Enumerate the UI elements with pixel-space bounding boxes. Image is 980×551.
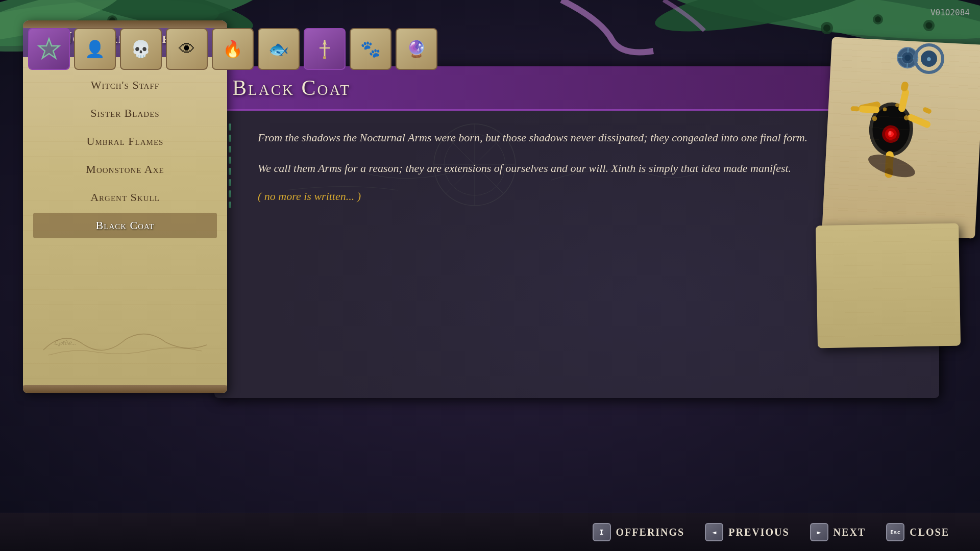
bottom-parchment-card — [816, 223, 961, 348]
tab-sword[interactable] — [304, 28, 346, 70]
offerings-button[interactable]: I OFFERINGS — [593, 523, 685, 541]
close-button[interactable]: Esc CLOSE — [886, 523, 949, 541]
tab-fish[interactable]: 🐟 — [258, 28, 300, 70]
orb-icon: 🔮 — [406, 39, 427, 59]
accent-segment-4 — [229, 157, 231, 164]
bottom-card-texture — [816, 223, 961, 348]
signature-drawing: ℒ℘ℓ∂ℯ... — [33, 319, 217, 360]
tab-flame[interactable]: 🔥 — [212, 28, 254, 70]
tab-paw[interactable]: 🐾 — [350, 28, 391, 70]
svg-rect-24 — [323, 56, 326, 59]
fish-icon: 🐟 — [268, 39, 289, 59]
weapon-svg-illustration — [838, 66, 945, 183]
paw-icon: 🐾 — [360, 39, 381, 59]
svg-rect-48 — [898, 88, 910, 113]
next-button[interactable]: ► NEXT — [810, 523, 866, 541]
menu-list: Witch's Staff Sister Blades Umbral Flame… — [23, 57, 227, 248]
close-key: Esc — [886, 523, 904, 541]
background-sketch — [245, 119, 704, 211]
pentagram-icon — [37, 37, 61, 61]
right-image-panel — [817, 41, 980, 347]
accent-segment-2 — [229, 135, 231, 142]
scroll-rod-bottom — [23, 385, 227, 393]
parchment-signature-area: ℒ℘ℓ∂ℯ... — [33, 319, 217, 362]
svg-line-37 — [897, 57, 902, 58]
gear-decoration — [914, 43, 944, 74]
accent-segment-1 — [229, 123, 231, 131]
scroll-rod-top — [23, 20, 227, 28]
menu-item-moonstone-axe[interactable]: Moonstone Axe — [33, 157, 217, 182]
menu-item-black-coat[interactable]: Black Coat — [33, 213, 217, 238]
eye-icon: 👁 — [179, 40, 195, 59]
tab-orb[interactable]: 🔮 — [396, 28, 437, 70]
tab-eye[interactable]: 👁 — [166, 28, 208, 70]
menu-item-argent-skull[interactable]: Argent Skull — [33, 185, 217, 210]
accent-segment-7 — [229, 190, 231, 197]
accent-segment-3 — [229, 146, 231, 153]
next-key: ► — [810, 523, 828, 541]
accent-segment-5 — [229, 168, 231, 175]
skull-icon: 💀 — [131, 39, 151, 59]
close-label: CLOSE — [910, 527, 949, 538]
svg-text:ℒ℘ℓ∂ℯ...: ℒ℘ℓ∂ℯ... — [54, 339, 76, 346]
svg-line-35 — [908, 47, 909, 53]
sword-icon — [312, 37, 337, 61]
accent-segment-6 — [229, 179, 231, 186]
next-label: NEXT — [834, 527, 866, 538]
tab-person[interactable]: 👤 — [74, 28, 116, 70]
svg-rect-47 — [850, 106, 860, 111]
previous-label: PREVIOUS — [728, 527, 789, 538]
menu-item-sister-blades[interactable]: Sister Blades — [33, 101, 217, 126]
previous-button[interactable]: ◄ PREVIOUS — [705, 523, 789, 541]
bottom-nav: I OFFERINGS ◄ PREVIOUS ► NEXT Esc CLOSE — [0, 513, 980, 551]
flame-icon: 🔥 — [223, 39, 243, 59]
svg-line-36 — [907, 63, 908, 68]
tab-main[interactable] — [28, 28, 70, 70]
menu-item-umbral-flames[interactable]: Umbral Flames — [33, 129, 217, 154]
left-panel: Nocturnal Arms Witch's Staff Sister Blad… — [23, 20, 227, 393]
svg-rect-51 — [922, 107, 933, 115]
menu-item-witchs-staff[interactable]: Witch's Staff — [33, 72, 217, 98]
accent-bar — [229, 123, 231, 208]
previous-key: ◄ — [705, 523, 723, 541]
weapon-image-card — [822, 37, 980, 238]
offerings-key: I — [593, 523, 611, 541]
tab-bar: 👤 💀 👁 🔥 🐟 🐾 🔮 — [28, 28, 437, 70]
person-icon: 👤 — [85, 39, 105, 59]
offerings-label: OFFERINGS — [616, 527, 685, 538]
svg-rect-46 — [859, 106, 879, 113]
accent-segment-8 — [229, 202, 231, 209]
tab-skull[interactable]: 💀 — [120, 28, 162, 70]
version-label: V01O2084 — [930, 8, 970, 17]
